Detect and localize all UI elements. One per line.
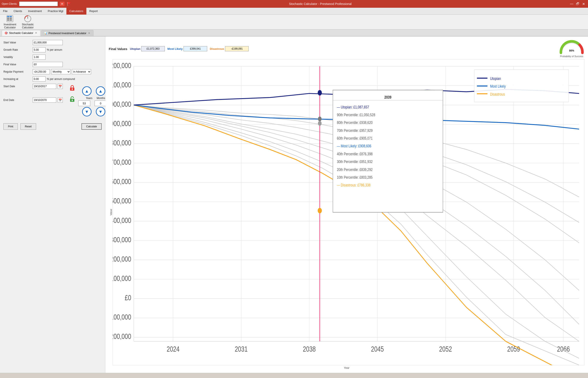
years-stepper: ▲	[82, 86, 92, 96]
stochastic-tab-label: Stochastic Calculator	[9, 32, 33, 35]
svg-text:£1,100,000: £1,100,000	[113, 81, 131, 89]
months-stepper: ▲	[96, 86, 105, 96]
years-down-btn[interactable]: ▼	[82, 107, 92, 116]
close-btn[interactable]: ✕	[581, 1, 586, 6]
svg-text:-£200,000: -£200,000	[113, 332, 131, 341]
investment-calculator-icon	[6, 15, 14, 23]
timing-select[interactable]: in Advance in Arrears	[72, 69, 91, 74]
lock-green[interactable]	[69, 95, 76, 103]
start-value-row: Start Value	[3, 40, 102, 45]
svg-text:Utopian: Utopian	[490, 76, 501, 81]
start-date-cal-btn[interactable]: 📅	[57, 84, 63, 89]
menu-calculators[interactable]: Calculators	[66, 8, 86, 15]
end-date-cal-btn[interactable]: 📅	[57, 97, 63, 103]
chart-container[interactable]: .grid-line { stroke: #e0e0e0; stroke-wid…	[112, 59, 585, 365]
svg-text:— Utopian: £1,087,657: — Utopian: £1,087,657	[337, 105, 369, 109]
svg-rect-2	[10, 16, 12, 17]
svg-text:30th Percentile: £851,932: 30th Percentile: £851,932	[337, 159, 373, 164]
final-values-header: Final Values Utopian Most Likely Disastr…	[109, 40, 585, 57]
growth-rate-label: Growth Rate	[3, 48, 31, 51]
menu-practice-mgt[interactable]: Practice Mgt	[45, 8, 66, 15]
menu-bar: File Clients Investment Practice Mgt Cal…	[0, 8, 588, 15]
svg-text:2031: 2031	[235, 345, 248, 353]
svg-rect-6	[10, 19, 12, 21]
status-bar	[0, 373, 588, 378]
tab-stochastic[interactable]: 🎯 Stochastic Calculator ✕	[2, 30, 40, 36]
years-label: Years	[86, 97, 92, 100]
toolbar: InvestmentCalculator StochasticCalculato…	[0, 15, 588, 30]
start-date-input[interactable]	[33, 84, 56, 89]
volatility-input[interactable]	[33, 54, 46, 60]
main-content: Start Value Growth Rate % per annum Vola…	[0, 37, 588, 373]
menu-file[interactable]: File	[0, 8, 11, 15]
final-values-label: Final Values	[109, 47, 127, 51]
increasing-at-input[interactable]	[33, 77, 46, 81]
stochastic-calculator-btn[interactable]: StochasticCalculator	[20, 14, 36, 30]
svg-text:86%: 86%	[569, 49, 574, 52]
regular-payment-input[interactable]	[33, 69, 50, 74]
frequency-select[interactable]: Monthly Quarterly Annually	[51, 69, 70, 74]
flag-btn[interactable]: 🚩	[66, 1, 71, 6]
chart-wrapper: Value .grid-line { stroke: #e0e0e0; stro…	[109, 59, 585, 365]
utopian-value-input[interactable]	[141, 46, 165, 51]
final-value-label: Final Value	[3, 63, 31, 66]
svg-text:2045: 2045	[371, 345, 384, 353]
svg-rect-12	[72, 89, 73, 90]
investment-tab-label: Prestwood Investment Calculator	[49, 32, 86, 35]
print-btn[interactable]: Print	[3, 123, 18, 130]
svg-text:£300,000: £300,000	[113, 235, 131, 244]
most-likely-label: Most Likely	[168, 47, 183, 51]
svg-text:£800,000: £800,000	[113, 139, 131, 147]
menu-report[interactable]: Report	[86, 8, 101, 15]
calculate-btn[interactable]: Calculate	[82, 123, 102, 130]
y-axis-label: Value	[109, 59, 112, 365]
growth-rate-input[interactable]	[33, 47, 46, 53]
svg-rect-15	[72, 100, 73, 101]
months-input[interactable]	[95, 101, 107, 106]
regular-payment-row: Regular Payment Monthly Quarterly Annual…	[3, 69, 102, 74]
stochastic-calculator-label: StochasticCalculator	[22, 23, 34, 29]
svg-rect-82	[474, 70, 569, 102]
svg-text:— Most Likely: £908,606: — Most Likely: £908,606	[337, 144, 371, 148]
svg-text:£0: £0	[125, 294, 131, 302]
lock-red[interactable]	[69, 84, 76, 92]
svg-text:£700,000: £700,000	[113, 158, 131, 166]
end-date-input[interactable]	[33, 97, 56, 103]
svg-text:£600,000: £600,000	[113, 177, 131, 186]
svg-rect-1	[7, 16, 9, 17]
minimize-btn[interactable]: —	[569, 1, 574, 6]
disastrous-value-input[interactable]	[225, 46, 249, 51]
start-date-row: Start Date 📅	[3, 84, 63, 89]
bottom-buttons: Print Reset Calculate	[3, 123, 102, 130]
right-panel: Final Values Utopian Most Likely Disastr…	[105, 37, 588, 373]
gauge-svg: 86%	[559, 40, 585, 55]
start-value-input[interactable]	[33, 40, 63, 45]
tab-investment[interactable]: 📊 Prestwood Investment Calculator ✕	[41, 30, 94, 36]
increasing-at-label: Increasing at	[3, 78, 31, 81]
years-down-col: ▼	[82, 107, 92, 116]
most-likely-value-input[interactable]	[183, 46, 207, 51]
reset-btn[interactable]: Reset	[20, 123, 36, 130]
months-down-btn[interactable]: ▼	[96, 107, 105, 116]
stochastic-tab-close[interactable]: ✕	[35, 32, 38, 35]
clear-clients-btn[interactable]: ✕	[59, 1, 65, 6]
utopian-label: Utopian	[130, 47, 140, 51]
investment-tab-close[interactable]: ✕	[88, 32, 91, 35]
open-clients-label: Open Clients:	[2, 2, 17, 5]
menu-investment[interactable]: Investment	[25, 8, 45, 15]
menu-clients[interactable]: Clients	[11, 8, 25, 15]
most-likely-group: Most Likely	[168, 46, 207, 51]
volatility-label: Volatility	[3, 56, 31, 59]
years-up-btn[interactable]: ▲	[82, 86, 92, 96]
open-clients-input[interactable]	[19, 1, 58, 6]
years-input[interactable]	[78, 101, 90, 106]
svg-text:2052: 2052	[439, 345, 452, 353]
final-value-input[interactable]	[33, 62, 63, 67]
svg-text:£200,000: £200,000	[113, 255, 131, 263]
months-up-btn[interactable]: ▲	[96, 86, 105, 96]
x-axis-label: Year	[109, 366, 585, 369]
svg-text:£500,000: £500,000	[113, 197, 131, 205]
start-value-label: Start Value	[3, 41, 31, 44]
restore-btn[interactable]: 🗗	[575, 1, 580, 6]
investment-calculator-btn[interactable]: InvestmentCalculator	[2, 14, 18, 30]
